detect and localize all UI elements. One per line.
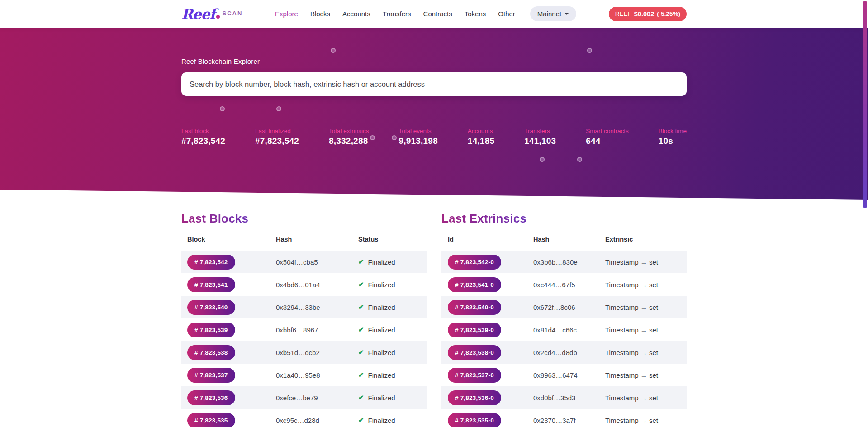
extrinsic-table-row: # 7,823,537-0 0x8963…6474 Timestamp → se… xyxy=(441,364,687,386)
last-blocks-panel: Last Blocks Block Hash Status # 7,823,54… xyxy=(181,212,427,427)
nav-link-tokens[interactable]: Tokens xyxy=(465,10,486,18)
stat-total-extrinsics: Total extrinsics8,332,288 xyxy=(329,128,369,146)
extrinsic-table-row: # 7,823,540-0 0x672f…8c06 Timestamp → se… xyxy=(441,296,687,318)
network-selector[interactable]: Mainnet xyxy=(530,6,576,21)
network-label: Mainnet xyxy=(537,10,561,18)
extrinsic-method: Timestamp → set xyxy=(605,371,687,379)
block-status: Finalized xyxy=(368,258,395,266)
block-number-badge[interactable]: # 7,823,540 xyxy=(187,300,235,315)
extrinsic-method: Timestamp → set xyxy=(605,394,687,402)
extrinsic-id-badge[interactable]: # 7,823,542-0 xyxy=(448,255,501,270)
reef-logo[interactable]: Reef SCAN xyxy=(181,6,242,22)
extrinsic-id-badge[interactable]: # 7,823,541-0 xyxy=(448,277,501,292)
last-extrinsics-title: Last Extrinsics xyxy=(441,212,526,226)
bokeh-dot xyxy=(577,157,582,162)
extrinsic-method: Timestamp → set xyxy=(605,326,687,334)
block-number-badge[interactable]: # 7,823,535 xyxy=(187,413,235,427)
block-number-badge[interactable]: # 7,823,542 xyxy=(187,255,235,270)
nav-link-blocks[interactable]: Blocks xyxy=(310,10,330,18)
logo-dot-icon xyxy=(216,15,220,19)
scrollbar-thumb[interactable] xyxy=(863,1,867,208)
stat-last-block: Last block#7,823,542 xyxy=(181,128,225,146)
stat-label: Smart contracts xyxy=(586,128,629,134)
bokeh-dot xyxy=(540,157,545,162)
stat-value: 644 xyxy=(586,136,629,146)
check-icon: ✔ xyxy=(358,416,364,424)
nav-link-explore[interactable]: Explore xyxy=(275,10,298,18)
nav-link-accounts[interactable]: Accounts xyxy=(342,10,370,18)
block-number-badge[interactable]: # 7,823,541 xyxy=(187,277,235,292)
block-status: Finalized xyxy=(368,371,395,379)
search-input[interactable] xyxy=(181,72,687,96)
block-status: Finalized xyxy=(368,417,395,424)
block-number-badge[interactable]: # 7,823,539 xyxy=(187,323,235,337)
extrinsic-hash: 0x8963…6474 xyxy=(533,371,605,379)
block-number-badge[interactable]: # 7,823,536 xyxy=(187,390,235,405)
extrinsic-method: Timestamp → set xyxy=(605,417,687,424)
extrinsic-hash: 0x81d4…c66c xyxy=(533,326,605,334)
nav-link-transfers[interactable]: Transfers xyxy=(383,10,411,18)
block-hash: 0x1a40…95e8 xyxy=(276,371,358,379)
extrinsic-method: Timestamp → set xyxy=(605,281,687,289)
block-status: Finalized xyxy=(368,281,395,289)
col-hash: Hash xyxy=(276,236,358,243)
stat-transfers: Transfers141,103 xyxy=(524,128,556,146)
last-blocks-title: Last Blocks xyxy=(181,212,248,226)
block-table-row: # 7,823,537 0x1a40…95e8 ✔ Finalized xyxy=(181,364,427,386)
check-icon: ✔ xyxy=(358,348,364,356)
block-hash: 0x3294…33be xyxy=(276,304,358,311)
stat-label: Last finalized xyxy=(255,128,299,134)
stat-label: Block time xyxy=(659,128,687,134)
price-token: REEF xyxy=(615,10,631,17)
extrinsic-method: Timestamp → set xyxy=(605,349,687,356)
block-table-row: # 7,823,535 0xc95c…d28d ✔ Finalized xyxy=(181,409,427,427)
stat-label: Total extrinsics xyxy=(329,128,369,134)
stat-accounts: Accounts14,185 xyxy=(468,128,494,146)
main-content: Last Blocks Block Hash Status # 7,823,54… xyxy=(181,212,687,427)
block-number-badge[interactable]: # 7,823,538 xyxy=(187,345,235,360)
extrinsics-table-header: Id Hash Extrinsic xyxy=(441,236,687,251)
stat-value: 14,185 xyxy=(468,136,494,146)
blocks-table-body: # 7,823,542 0x504f…cba5 ✔ Finalized # 7,… xyxy=(181,251,427,427)
extrinsic-id-badge[interactable]: # 7,823,536-0 xyxy=(448,390,501,405)
extrinsics-table-body: # 7,823,542-0 0x3b6b…830e Timestamp → se… xyxy=(441,251,687,427)
block-number-badge[interactable]: # 7,823,537 xyxy=(187,368,235,383)
extrinsic-id-badge[interactable]: # 7,823,535-0 xyxy=(448,413,501,427)
check-icon: ✔ xyxy=(358,371,364,379)
nav-links: ExploreBlocksAccountsTransfersContractsT… xyxy=(275,6,576,21)
block-table-row: # 7,823,539 0xbbf6…8967 ✔ Finalized xyxy=(181,318,427,341)
reef-price-badge[interactable]: REEF $0.002 (-5.25%) xyxy=(609,7,687,21)
last-extrinsics-panel: Last Extrinsics Id Hash Extrinsic # 7,82… xyxy=(441,212,687,427)
nav-link-contracts[interactable]: Contracts xyxy=(423,10,452,18)
stat-label: Last block xyxy=(181,128,225,134)
stat-value: #7,823,542 xyxy=(255,136,299,146)
block-hash: 0xefce…be79 xyxy=(276,394,358,402)
extrinsic-id-badge[interactable]: # 7,823,540-0 xyxy=(448,300,501,315)
col-hash: Hash xyxy=(533,236,605,243)
check-icon: ✔ xyxy=(358,303,364,311)
col-id: Id xyxy=(448,236,533,243)
block-hash: 0xbbf6…8967 xyxy=(276,326,358,334)
block-hash: 0x4bd6…01a4 xyxy=(276,281,358,289)
extrinsic-id-badge[interactable]: # 7,823,537-0 xyxy=(448,368,501,383)
col-extrinsic: Extrinsic xyxy=(605,236,687,243)
extrinsic-table-row: # 7,823,539-0 0x81d4…c66c Timestamp → se… xyxy=(441,318,687,341)
block-status: Finalized xyxy=(368,326,395,334)
block-status: Finalized xyxy=(368,349,395,356)
block-status: Finalized xyxy=(368,304,395,311)
extrinsic-hash: 0x2cd4…d8db xyxy=(533,349,605,356)
extrinsic-id-badge[interactable]: # 7,823,538-0 xyxy=(448,345,501,360)
stat-label: Total events xyxy=(399,128,438,134)
extrinsic-table-row: # 7,823,536-0 0xd0bf…35d3 Timestamp → se… xyxy=(441,386,687,409)
block-table-row: # 7,823,536 0xefce…be79 ✔ Finalized xyxy=(181,386,427,409)
extrinsic-method: Timestamp → set xyxy=(605,304,687,311)
check-icon: ✔ xyxy=(358,280,364,289)
block-hash: 0xc95c…d28d xyxy=(276,417,358,424)
stat-value: 9,913,198 xyxy=(399,136,438,146)
extrinsic-table-row: # 7,823,542-0 0x3b6b…830e Timestamp → se… xyxy=(441,251,687,273)
nav-link-other[interactable]: Other xyxy=(498,10,515,18)
chevron-down-icon xyxy=(564,13,569,15)
extrinsic-id-badge[interactable]: # 7,823,539-0 xyxy=(448,323,501,337)
stat-value: 141,103 xyxy=(524,136,556,146)
extrinsic-hash: 0x3b6b…830e xyxy=(533,258,605,266)
